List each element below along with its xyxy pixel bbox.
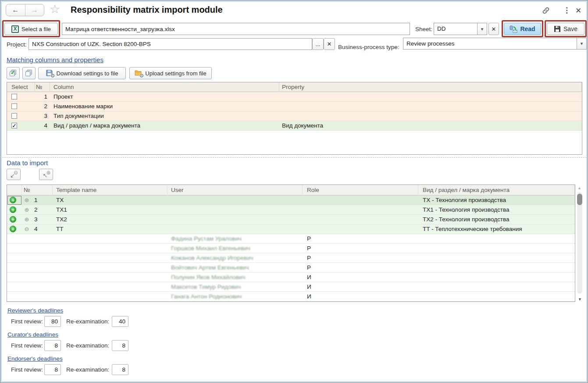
template-cell[interactable]: TX2 (53, 215, 167, 224)
expand-node-icon[interactable]: ⊕ (24, 195, 30, 205)
row-checkbox[interactable] (11, 103, 17, 109)
col-header-role[interactable]: Role (303, 185, 418, 195)
read-button[interactable]: Read (504, 23, 541, 35)
upload-settings-button[interactable]: ⚙ Upload settings from file (129, 67, 212, 79)
expand-node-icon[interactable]: ⊕ (24, 215, 30, 224)
col-header-doc[interactable]: Вид / раздел / марка документа (418, 185, 575, 195)
sheet-combo[interactable]: DD ▾ (434, 23, 487, 35)
endorsers-deadlines-heading[interactable]: Endorser's deadlines (7, 355, 63, 362)
curators-deadlines-heading[interactable]: Curator's deadlines (7, 331, 58, 338)
re-examination-input[interactable] (112, 364, 128, 375)
link-icon[interactable] (542, 6, 550, 17)
column-cell[interactable]: Наименование марки (50, 102, 279, 111)
role-cell[interactable]: Р (303, 253, 418, 263)
col-header-user[interactable]: User (167, 185, 303, 195)
user-row[interactable]: Кожанов Александр Игоревич Р (7, 253, 575, 263)
filename-input[interactable] (62, 23, 410, 35)
uncheck-all-button[interactable] (22, 67, 36, 79)
user-row[interactable]: Горшков Михаил Евгеньевич Р (7, 244, 575, 253)
col-header-property[interactable]: Property (279, 82, 582, 92)
first-review-input[interactable] (44, 340, 61, 351)
scroll-down-icon[interactable]: ▼ (578, 297, 582, 301)
collapse-node-icon[interactable]: ⊖ (24, 224, 30, 234)
project-clear-button[interactable]: ✕ (324, 38, 335, 50)
chevron-down-icon[interactable]: ▾ (477, 23, 487, 35)
template-cell[interactable]: TX1 (53, 205, 167, 215)
column-cell[interactable]: Тип документации (50, 111, 279, 121)
vertical-scrollbar[interactable]: ▲ ▼ (576, 185, 584, 301)
group-row[interactable]: + ⊕1 TX TX - Технология производства (7, 195, 575, 205)
scroll-up-icon[interactable]: ▲ (577, 186, 581, 190)
expand-node-icon[interactable]: ⊕ (24, 205, 30, 214)
doc-cell[interactable]: TX - Технология производства (418, 195, 575, 205)
expand-all-button[interactable]: ⊕ ↖ (39, 169, 53, 180)
sheet-clear-button[interactable]: ✕ (488, 23, 499, 35)
template-cell[interactable]: TX (53, 195, 167, 205)
first-review-input[interactable] (44, 316, 61, 327)
table-row[interactable]: 2 Наименование марки (7, 102, 582, 111)
add-row-icon[interactable]: + (10, 226, 16, 232)
user-row[interactable]: Ганага Антон Родионович И (7, 292, 575, 301)
select-file-button[interactable]: X Select a file (4, 23, 58, 35)
role-cell[interactable]: И (303, 282, 418, 292)
role-cell[interactable]: Р (303, 244, 418, 253)
section-splitter[interactable] (2, 157, 587, 158)
doc-cell[interactable]: TX1 - Технология производства (418, 205, 575, 215)
col-header-select[interactable]: Select (7, 82, 35, 92)
doc-cell[interactable]: TX2 - Технология производства (418, 215, 575, 224)
col-header-template[interactable]: Template name (53, 185, 167, 195)
project-input[interactable] (29, 38, 312, 50)
group-row[interactable]: + ⊖4 TT TT - Теплотеххнические требовани… (7, 224, 575, 234)
scrollbar-track[interactable] (577, 192, 582, 294)
favorite-star-icon[interactable]: ☆ (50, 2, 60, 16)
row-checkbox[interactable] (11, 94, 17, 99)
re-examination-input[interactable] (112, 340, 128, 351)
close-icon[interactable]: ✕ (575, 6, 581, 15)
role-cell[interactable]: Р (303, 263, 418, 273)
table-row[interactable]: ✓ 4 Вид / раздел / марка документа Вид д… (7, 121, 582, 131)
property-cell[interactable] (279, 102, 582, 111)
group-row[interactable]: + ⊕3 TX2 TX2 - Технология производства (7, 215, 575, 224)
user-row[interactable]: Войтович Артем Евгеньевич Р (7, 263, 575, 273)
row-checkbox-checked[interactable]: ✓ (11, 123, 17, 128)
save-button[interactable]: Save (547, 23, 584, 35)
add-row-icon[interactable]: + (10, 206, 16, 213)
property-cell[interactable] (279, 92, 582, 102)
row-checkbox[interactable] (11, 113, 17, 119)
matching-section-heading[interactable]: Matching columns and properties (7, 56, 103, 64)
re-examination-input[interactable] (112, 316, 128, 327)
user-row[interactable]: Фадина Рустам Уралович Р (7, 234, 575, 244)
role-cell[interactable]: Р (303, 234, 418, 244)
role-cell[interactable]: И (303, 273, 418, 282)
download-settings-button[interactable]: ⚙ Download settings to file (38, 67, 126, 79)
col-header-num[interactable]: № (22, 185, 53, 195)
row-number: 2 (34, 205, 38, 214)
project-ellipsis-button[interactable]: ... (312, 38, 324, 50)
doc-cell[interactable]: TT - Теплотеххнические требования (418, 224, 575, 234)
scrollbar-thumb[interactable] (577, 194, 582, 205)
col-header-num[interactable]: № (35, 82, 50, 92)
user-row[interactable]: Максетов Тимур Ридович И (7, 282, 575, 292)
check-all-button[interactable]: ✓ (7, 67, 20, 79)
column-cell[interactable]: Вид / раздел / марка документа (50, 121, 279, 131)
property-cell[interactable] (279, 111, 582, 121)
back-arrow-icon[interactable]: ← (6, 4, 25, 16)
reviewers-deadlines-heading[interactable]: Reviewer's deadlines (7, 307, 63, 314)
collapse-all-button[interactable]: ⊖ ↙ (7, 169, 21, 180)
add-row-icon[interactable]: + (10, 197, 16, 203)
add-row-icon[interactable]: + (10, 216, 16, 223)
property-cell[interactable]: Вид документа (279, 121, 582, 131)
chevron-down-icon[interactable]: ▾ (577, 38, 586, 49)
more-vertical-icon[interactable]: ⋮ (563, 6, 570, 15)
user-row[interactable]: Полунин Яков Михайлович И (7, 273, 575, 282)
bp-type-combo[interactable]: Review processes ▾ (403, 38, 587, 50)
first-review-input[interactable] (44, 364, 61, 375)
col-header-column[interactable]: Column (50, 82, 279, 92)
forward-arrow-icon[interactable]: → (25, 4, 44, 16)
table-row[interactable]: 1 Проект (7, 92, 582, 102)
role-cell[interactable]: И (303, 292, 418, 301)
table-row[interactable]: 3 Тип документации (7, 111, 582, 121)
column-cell[interactable]: Проект (50, 92, 279, 102)
group-row[interactable]: + ⊕2 TX1 TX1 - Технология производства (7, 205, 575, 215)
template-cell[interactable]: TT (53, 224, 167, 234)
